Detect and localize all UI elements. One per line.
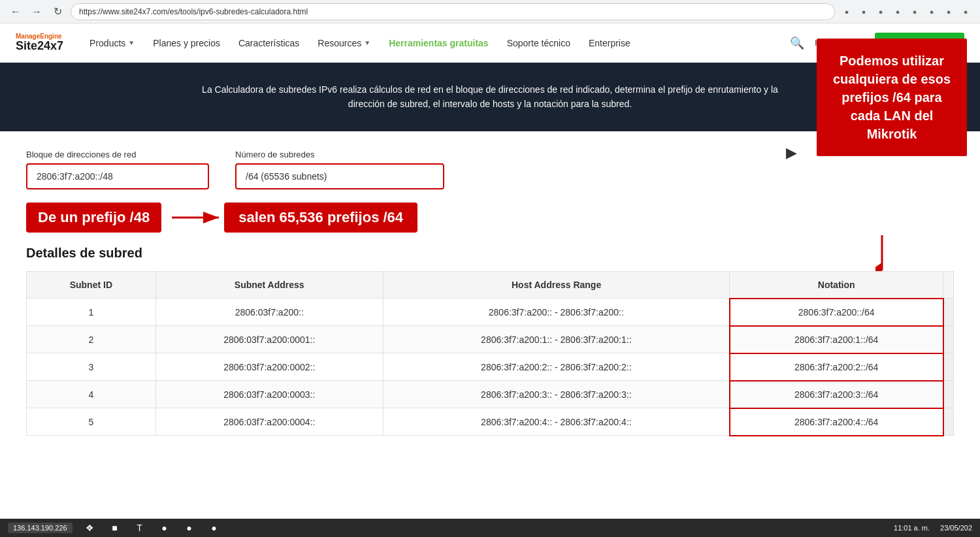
annotation-arrow-svg bbox=[172, 211, 224, 224]
annotation-float-right: Podemos utilizar cualquiera de esos pref… bbox=[817, 39, 967, 156]
table-row: 32806:03f7:a200:0002::2806:3f7:a200:2:: … bbox=[27, 353, 954, 381]
url-bar[interactable] bbox=[71, 3, 835, 20]
cell-subnet-id: 3 bbox=[27, 353, 156, 381]
resources-label: Resources bbox=[318, 38, 361, 48]
ext-icon-2: ● bbox=[857, 5, 870, 18]
products-label: Products bbox=[90, 38, 125, 48]
cell-notation: 2806:3f7:a200::/64 bbox=[730, 299, 943, 326]
ext-icon-8: ● bbox=[959, 5, 972, 18]
cell-subnet-address: 2806:03f7:a200:0002:: bbox=[155, 353, 383, 381]
planes-menu[interactable]: Planes y precios bbox=[153, 38, 220, 48]
table-row: 52806:03f7:a200:0004::2806:3f7:a200:4:: … bbox=[27, 408, 954, 436]
cell-subnet-id: 4 bbox=[27, 381, 156, 408]
cell-notation: 2806:3f7:a200:1::/64 bbox=[730, 326, 943, 353]
scroll-cell bbox=[943, 299, 954, 326]
cell-subnet-id: 5 bbox=[27, 408, 156, 436]
browser-bar: ← → ↻ ● ● ● ● ● ● ● ● bbox=[0, 0, 980, 24]
table-row: 12806:03f7:a200::2806:3f7:a200:: - 2806:… bbox=[27, 299, 954, 326]
table-row: 22806:03f7:a200:0001::2806:3f7:a200:1:: … bbox=[27, 326, 954, 353]
cell-subnet-address: 2806:03f7:a200:0004:: bbox=[155, 408, 383, 436]
table-header: Subnet ID Subnet Address Host Address Ra… bbox=[27, 271, 954, 299]
subnet-label: Número de subredes bbox=[235, 150, 444, 159]
network-block-group: Bloque de direcciones de red bbox=[26, 150, 209, 189]
table-row: 42806:03f7:a200:0003::2806:3f7:a200:3:: … bbox=[27, 381, 954, 408]
cell-subnet-address: 2806:03f7:a200:0003:: bbox=[155, 381, 383, 408]
annotation-left-box: De un prefijo /48 bbox=[26, 203, 161, 233]
cell-subnet-address: 2806:03f7:a200:0001:: bbox=[155, 326, 383, 353]
products-chevron: ▼ bbox=[128, 39, 135, 46]
subnet-table: Subnet ID Subnet Address Host Address Ra… bbox=[26, 271, 954, 436]
cell-host-range: 2806:3f7:a200:1:: - 2806:3f7:a200:1:: bbox=[383, 326, 730, 353]
form-row: Bloque de direcciones de red Número de s… bbox=[26, 150, 954, 189]
cell-host-range: 2806:3f7:a200:4:: - 2806:3f7:a200:4:: bbox=[383, 408, 730, 436]
cell-notation: 2806:3f7:a200:2::/64 bbox=[730, 353, 943, 381]
planes-label: Planes y precios bbox=[153, 38, 220, 48]
cell-host-range: 2806:3f7:a200:: - 2806:3f7:a200:: bbox=[383, 299, 730, 326]
subnet-input[interactable] bbox=[235, 163, 444, 189]
scroll-cell bbox=[943, 381, 954, 408]
annotation-down-arrow bbox=[875, 235, 889, 274]
browser-extension-icons: ● ● ● ● ● ● ● ● bbox=[840, 5, 972, 18]
cell-notation: 2806:3f7:a200:4::/64 bbox=[730, 408, 943, 436]
cell-subnet-id: 2 bbox=[27, 326, 156, 353]
products-menu[interactable]: Products ▼ bbox=[90, 38, 135, 48]
annotation-center-box: salen 65,536 prefijos /64 bbox=[224, 203, 417, 233]
col-notation: Notation bbox=[730, 271, 943, 299]
table-body: 12806:03f7:a200::2806:3f7:a200:: - 2806:… bbox=[27, 299, 954, 436]
forward-button[interactable]: → bbox=[29, 4, 44, 20]
soporte-menu[interactable]: Soporte técnico bbox=[507, 38, 570, 48]
cell-notation: 2806:3f7:a200:3::/64 bbox=[730, 381, 943, 408]
cell-host-range: 2806:3f7:a200:2:: - 2806:3f7:a200:2:: bbox=[383, 353, 730, 381]
network-input[interactable] bbox=[26, 163, 209, 189]
cell-subnet-address: 2806:03f7:a200:: bbox=[155, 299, 383, 326]
scroll-cell bbox=[943, 326, 954, 353]
network-label: Bloque de direcciones de red bbox=[26, 150, 209, 159]
main-content: Podemos utilizar cualquiera de esos pref… bbox=[0, 131, 980, 455]
col-subnet-id: Subnet ID bbox=[27, 271, 156, 299]
scroll-cell bbox=[943, 353, 954, 381]
cell-host-range: 2806:3f7:a200:3:: - 2806:3f7:a200:3:: bbox=[383, 381, 730, 408]
soporte-label: Soporte técnico bbox=[507, 38, 570, 48]
cursor-icon: ▶ bbox=[786, 144, 797, 161]
ext-icon-4: ● bbox=[891, 5, 904, 18]
reload-button[interactable]: ↻ bbox=[50, 4, 65, 20]
nav-items: Products ▼ Planes y precios Característi… bbox=[90, 38, 769, 48]
section-title: Detalles de subred bbox=[26, 246, 954, 261]
herramientas-label: Herramientas gratuitas bbox=[389, 38, 489, 48]
back-button[interactable]: ← bbox=[8, 4, 24, 20]
ext-icon-1: ● bbox=[840, 5, 853, 18]
search-button[interactable]: 🔍 bbox=[790, 36, 804, 50]
enterprise-menu[interactable]: Enterprise bbox=[589, 38, 630, 48]
resources-chevron: ▼ bbox=[364, 39, 370, 46]
scroll-cell bbox=[943, 408, 954, 436]
ext-icon-6: ● bbox=[925, 5, 938, 18]
col-subnet-address: Subnet Address bbox=[155, 271, 383, 299]
scroll-col bbox=[943, 271, 954, 299]
hero-description: La Calculadora de subredes IPv6 realiza … bbox=[196, 82, 784, 112]
col-host-range: Host Address Range bbox=[383, 271, 730, 299]
site-logo: ManageEngine Site24x7 bbox=[16, 33, 63, 53]
herramientas-menu[interactable]: Herramientas gratuitas bbox=[389, 38, 489, 48]
ext-icon-7: ● bbox=[942, 5, 955, 18]
caracteristicas-menu[interactable]: Características bbox=[238, 38, 299, 48]
table-wrapper: Subnet ID Subnet Address Host Address Ra… bbox=[26, 271, 954, 436]
caracteristicas-label: Características bbox=[238, 38, 299, 48]
cell-subnet-id: 1 bbox=[27, 299, 156, 326]
subnet-number-group: Número de subredes bbox=[235, 150, 444, 189]
resources-menu[interactable]: Resources ▼ bbox=[318, 38, 370, 48]
ext-icon-3: ● bbox=[874, 5, 887, 18]
site24x7-text: Site24x7 bbox=[16, 40, 63, 53]
ext-icon-5: ● bbox=[908, 5, 921, 18]
enterprise-label: Enterprise bbox=[589, 38, 630, 48]
